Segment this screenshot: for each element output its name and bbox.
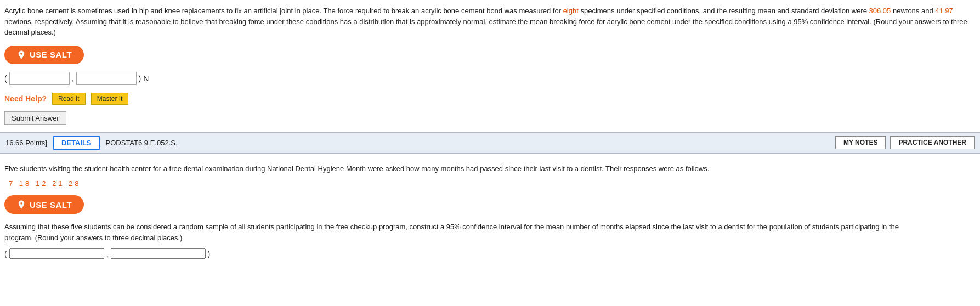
data-numbers: 7 18 12 21 28 bbox=[9, 179, 976, 188]
use-salt-label-1: USE SALT bbox=[30, 50, 72, 59]
answer-row-2: ( , ) bbox=[4, 248, 976, 259]
answer-input-1a[interactable] bbox=[9, 72, 70, 85]
need-help-label: Need Help? bbox=[4, 94, 47, 103]
use-salt-label-2: USE SALT bbox=[30, 200, 72, 209]
close-paren-1: ) bbox=[139, 74, 141, 83]
details-button[interactable]: DETAILS bbox=[53, 136, 100, 150]
header-left: 16.66 Points] DETAILS PODSTAT6 9.E.052.S… bbox=[5, 136, 178, 150]
close-paren-2: ) bbox=[208, 250, 211, 258]
problem-text-part3: newtons and bbox=[891, 7, 935, 15]
read-it-button[interactable]: Read It bbox=[52, 93, 86, 105]
comma-1: , bbox=[72, 74, 74, 83]
problem-text-1: Acrylic bone cement is sometimes used in… bbox=[4, 5, 976, 38]
followup-part1: Assuming that these five students can be… bbox=[4, 223, 899, 231]
comma-2: , bbox=[106, 250, 109, 258]
need-help-row: Need Help? Read It Master It bbox=[4, 93, 976, 105]
problem-text-part1: Acrylic bone cement is sometimes used in… bbox=[4, 7, 563, 15]
section2-content: Five students visiting the student healt… bbox=[0, 159, 980, 267]
answer-input-2b[interactable] bbox=[111, 248, 206, 259]
followup-part2: program. (Round your answers to three de… bbox=[4, 234, 182, 242]
salt-icon-2 bbox=[16, 200, 26, 209]
use-salt-button-1[interactable]: USE SALT bbox=[4, 46, 84, 64]
highlight-mean: 306.05 bbox=[869, 7, 891, 15]
submit-answer-button-1[interactable]: Submit Answer bbox=[4, 111, 66, 125]
problem-id: PODSTAT6 9.E.052.S. bbox=[106, 139, 178, 147]
open-paren-2: ( bbox=[4, 250, 7, 258]
problem-text-part4: newtons, respectively. Assuming that it … bbox=[4, 18, 967, 37]
answer-suffix-1: N bbox=[143, 74, 149, 83]
my-notes-button[interactable]: MY NOTES bbox=[835, 136, 886, 149]
salt-icon-1 bbox=[16, 50, 26, 60]
open-paren-1: ( bbox=[4, 74, 7, 83]
header-right-buttons: MY NOTES PRACTICE ANOTHER bbox=[835, 136, 975, 149]
answer-row-1: ( , ) N bbox=[4, 72, 976, 85]
practice-another-button[interactable]: PRACTICE ANOTHER bbox=[890, 136, 975, 149]
highlight-eight: eight bbox=[563, 7, 579, 15]
master-it-button[interactable]: Master It bbox=[91, 93, 129, 105]
use-salt-button-2[interactable]: USE SALT bbox=[4, 195, 84, 214]
highlight-sd: 41.97 bbox=[935, 7, 953, 15]
points-label: 16.66 Points] bbox=[5, 139, 47, 147]
problem-text-2: Five students visiting the student healt… bbox=[4, 163, 976, 174]
problem-text-part2: specimens under specified conditions, an… bbox=[579, 7, 869, 15]
followup-text: Assuming that these five students can be… bbox=[4, 222, 976, 243]
answer-input-2a[interactable] bbox=[9, 248, 104, 259]
section1: Acrylic bone cement is sometimes used in… bbox=[0, 0, 980, 132]
answer-input-1b[interactable] bbox=[76, 72, 137, 85]
problem-header-bar: 16.66 Points] DETAILS PODSTAT6 9.E.052.S… bbox=[0, 132, 980, 154]
